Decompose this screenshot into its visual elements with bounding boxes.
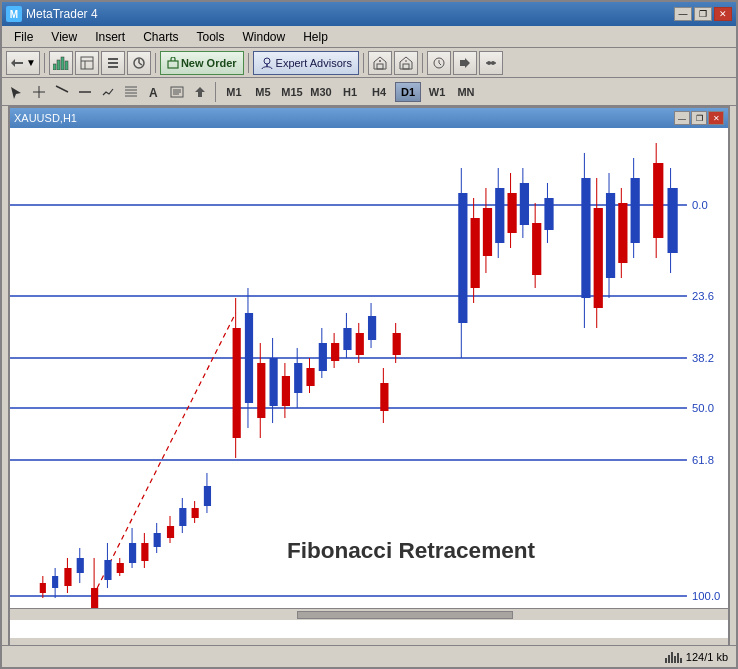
svg-rect-70 <box>167 526 174 538</box>
line-tool[interactable] <box>52 83 72 101</box>
svg-text:Fibonacci Retracement: Fibonacci Retracement <box>287 538 536 563</box>
status-chart-icon <box>664 650 684 664</box>
text-tool[interactable]: A <box>144 83 164 101</box>
timeframe-h4[interactable]: H4 <box>366 82 392 102</box>
svg-rect-106 <box>458 193 467 323</box>
trend-tool[interactable] <box>98 83 118 101</box>
svg-rect-98 <box>356 333 364 355</box>
timeframe-mn[interactable]: MN <box>453 82 479 102</box>
svg-rect-108 <box>471 218 480 288</box>
timeframe-m5[interactable]: M5 <box>250 82 276 102</box>
menu-file[interactable]: File <box>6 27 41 47</box>
expert-advisors-label: Expert Advisors <box>276 57 352 69</box>
svg-rect-110 <box>483 208 492 256</box>
chart-title-bar: XAUUSD,H1 — ❐ ✕ <box>10 108 728 128</box>
svg-point-21 <box>491 61 495 65</box>
sep-tools <box>215 82 216 102</box>
cursor-tool[interactable] <box>6 83 26 101</box>
indicators-btn[interactable] <box>127 51 151 75</box>
svg-rect-10 <box>168 61 178 68</box>
menu-window[interactable]: Window <box>235 27 294 47</box>
timeframe-m15[interactable]: M15 <box>279 82 305 102</box>
svg-rect-72 <box>179 508 186 526</box>
svg-rect-138 <box>671 652 673 663</box>
new-chart-btn[interactable] <box>49 51 73 75</box>
svg-rect-130 <box>631 178 640 243</box>
zoom-in-btn[interactable] <box>368 51 392 75</box>
chart-close-btn[interactable]: ✕ <box>708 111 724 125</box>
svg-rect-96 <box>343 328 351 350</box>
svg-rect-64 <box>129 543 136 563</box>
svg-rect-1 <box>57 60 60 70</box>
svg-rect-100 <box>368 316 376 340</box>
svg-rect-50 <box>40 583 46 593</box>
svg-rect-116 <box>520 183 529 225</box>
expert-advisors-button[interactable]: Expert Advisors <box>253 51 359 75</box>
history-btn[interactable] <box>427 51 451 75</box>
menu-charts[interactable]: Charts <box>135 27 186 47</box>
h-scrollbar[interactable] <box>10 608 728 620</box>
svg-rect-2 <box>61 57 64 70</box>
hline-tool[interactable] <box>75 83 95 101</box>
arrow-left-btn[interactable]: ▼ <box>6 51 40 75</box>
text-icon-tool[interactable] <box>167 83 187 101</box>
menu-tools[interactable]: Tools <box>189 27 233 47</box>
crosshair-tool[interactable] <box>29 83 49 101</box>
svg-rect-86 <box>282 376 290 406</box>
svg-text:61.8: 61.8 <box>692 454 714 466</box>
chart-area[interactable]: 0.0 23.6 38.2 50.0 61.8 100.0 <box>10 128 728 638</box>
forward-btn[interactable] <box>453 51 477 75</box>
svg-point-11 <box>264 58 270 64</box>
menu-view[interactable]: View <box>43 27 85 47</box>
new-order-button[interactable]: New Order <box>160 51 244 75</box>
svg-text:100.0: 100.0 <box>692 590 720 602</box>
svg-rect-122 <box>581 178 590 298</box>
timeframe-h1[interactable]: H1 <box>337 82 363 102</box>
menu-insert[interactable]: Insert <box>87 27 133 47</box>
minimize-button[interactable]: — <box>674 7 692 21</box>
toolbar1: ▼ <box>2 48 736 78</box>
menu-help[interactable]: Help <box>295 27 336 47</box>
timeframe-m1[interactable]: M1 <box>221 82 247 102</box>
svg-rect-16 <box>403 64 409 69</box>
fibonacci-tool[interactable] <box>121 83 141 101</box>
kb-text: 124/1 kb <box>686 651 728 663</box>
period-sep-btn[interactable] <box>479 51 503 75</box>
sep4 <box>363 53 364 73</box>
svg-rect-74 <box>192 508 199 518</box>
svg-rect-3 <box>65 61 68 70</box>
restore-button[interactable]: ❐ <box>694 7 712 21</box>
svg-rect-120 <box>544 198 553 230</box>
kb-indicator: 124/1 kb <box>664 650 728 664</box>
timeframe-w1[interactable]: W1 <box>424 82 450 102</box>
chart-window: XAUUSD,H1 — ❐ ✕ <box>8 106 730 658</box>
arrow-tool[interactable] <box>190 83 210 101</box>
app-icon: M <box>6 6 22 22</box>
toolbar2: A M1 M5 M15 M30 H1 H4 D1 W1 MN <box>2 78 736 106</box>
inner-controls: — ❐ ✕ <box>674 111 724 125</box>
h-scroll-thumb[interactable] <box>297 611 512 619</box>
svg-rect-90 <box>306 368 314 386</box>
svg-rect-128 <box>618 203 627 263</box>
svg-rect-62 <box>117 563 124 573</box>
chart-minimize-btn[interactable]: — <box>674 111 690 125</box>
chart-restore-btn[interactable]: ❐ <box>691 111 707 125</box>
properties-btn[interactable] <box>101 51 125 75</box>
svg-rect-137 <box>668 655 670 663</box>
svg-text:A: A <box>149 86 158 99</box>
svg-rect-58 <box>91 588 98 610</box>
timeframe-d1[interactable]: D1 <box>395 82 421 102</box>
chart-template-btn[interactable] <box>75 51 99 75</box>
svg-rect-92 <box>319 343 327 371</box>
svg-text:50.0: 50.0 <box>692 402 714 414</box>
svg-rect-124 <box>594 208 603 308</box>
svg-line-24 <box>56 86 68 92</box>
timeframe-m30[interactable]: M30 <box>308 82 334 102</box>
close-button[interactable]: ✕ <box>714 7 732 21</box>
svg-text:0.0: 0.0 <box>692 199 708 211</box>
svg-rect-112 <box>495 188 504 243</box>
zoom-out-btn[interactable] <box>394 51 418 75</box>
svg-rect-76 <box>204 486 211 506</box>
svg-rect-54 <box>64 568 71 586</box>
title-controls: — ❐ ✕ <box>674 7 732 21</box>
